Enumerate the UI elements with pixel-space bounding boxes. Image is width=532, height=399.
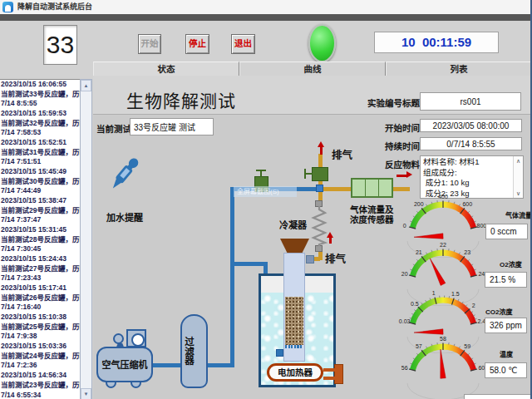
- compressor-pulley: [113, 333, 124, 344]
- svg-text:0: 0: [403, 223, 406, 229]
- tab-list[interactable]: 列表: [386, 62, 532, 76]
- gauge-temperature: 5657585960: [392, 335, 495, 399]
- app-icon: [2, 2, 13, 12]
- log-entry[interactable]: 2023/10/15 14:56:34: [0, 371, 80, 381]
- gas-flow-unit-label: 气体流量: [505, 210, 532, 219]
- log-entry[interactable]: 7/14 7:37:47: [0, 215, 80, 225]
- svg-text:22: 22: [440, 242, 446, 248]
- o2-value: 21.5 %: [485, 272, 527, 288]
- log-entry[interactable]: 7/14 6:55:34: [0, 391, 80, 399]
- tab-status[interactable]: 状态: [93, 62, 239, 76]
- window-title: 降解自动测试系统后台: [17, 0, 92, 14]
- log-entry[interactable]: 2023/10/15 15:45:49: [0, 167, 80, 177]
- pipe-riser: [230, 187, 234, 367]
- log-entry[interactable]: 2023/10/15 15:03:36: [0, 342, 80, 352]
- svg-text:23: 23: [464, 249, 470, 255]
- scroll-down-icon[interactable]: ∨: [514, 189, 523, 198]
- gas-flow-value: 0 sccm: [485, 224, 528, 239]
- tab-curve[interactable]: 曲线: [239, 62, 386, 76]
- exhaust-mid-label: 排气: [325, 250, 346, 266]
- exhaust-top-label: 排气: [332, 146, 352, 162]
- log-entry[interactable]: 2023/10/15 15:59:53: [0, 109, 80, 119]
- log-entry[interactable]: 7/14 7:23:43: [0, 273, 80, 283]
- gas-sensor-block: [351, 178, 393, 198]
- experiment-id-input[interactable]: [420, 92, 521, 111]
- log-entry[interactable]: 当前测试24号反应罐，历时0/: [0, 352, 80, 362]
- current-test-input[interactable]: [130, 118, 214, 135]
- log-entry[interactable]: 当前测试27号反应罐，历时0/: [0, 264, 80, 274]
- log-entry[interactable]: 2023/10/15 15:24:43: [0, 254, 80, 264]
- log-entry[interactable]: 2023/10/15 15:31:45: [0, 225, 80, 235]
- log-entry[interactable]: 7/14 7:9:38: [0, 332, 80, 342]
- log-entry[interactable]: 当前测试28号反应罐，历时0/: [0, 235, 80, 245]
- compressor-motor: [126, 329, 146, 347]
- valve-exhaust-handle: [304, 169, 306, 179]
- exhaust-top-arrow-stem: [320, 147, 323, 155]
- flow-out-arrow-stem: [397, 175, 406, 177]
- material-scrollbar[interactable]: ∧ ∨: [513, 156, 523, 198]
- condenser-bottom-fitting: [315, 245, 323, 252]
- svg-text:58: 58: [440, 336, 446, 342]
- exhaust-mid-arrow-stem: [329, 238, 332, 244]
- reactor-counter-display: 33: [43, 25, 77, 65]
- heater-bracket: [334, 364, 343, 384]
- electric-heater: 电加热器: [267, 363, 323, 382]
- log-entry[interactable]: 当前测试32号反应罐，历时0/: [0, 119, 80, 129]
- material-label: 反应物料: [385, 158, 420, 170]
- o2-unit-label: O2浓度: [500, 259, 522, 268]
- current-test-label: 当前测试: [96, 122, 131, 135]
- valve-exhaust[interactable]: [312, 167, 328, 181]
- log-entry[interactable]: 当前测试26号反应罐，历时0/: [0, 293, 80, 303]
- log-entry[interactable]: 2023/10/15 15:10:38: [0, 313, 80, 323]
- log-list[interactable]: 2023/10/15 16:06:55当前测试33号反应罐，历时0/7/14 8…: [0, 79, 81, 399]
- log-entry[interactable]: 7/14 7:58:53: [0, 128, 80, 138]
- menu-strip: [0, 14, 532, 21]
- log-entry[interactable]: 7/14 8:5:55: [0, 99, 80, 109]
- pipe-junction: [316, 185, 323, 192]
- stop-button[interactable]: 停止: [185, 34, 209, 54]
- log-entry[interactable]: 当前测试31号反应罐，历时0/: [0, 148, 80, 158]
- svg-text:0.5: 0.5: [411, 301, 419, 307]
- condenser-label: 冷凝器: [279, 218, 307, 231]
- temperature-unit-label: 温度: [500, 349, 513, 358]
- start-time-label: 开始时间: [385, 121, 420, 134]
- duration-input[interactable]: [420, 137, 522, 150]
- svg-text:20: 20: [401, 271, 408, 277]
- start-button[interactable]: 开始: [138, 34, 161, 54]
- scroll-up-icon[interactable]: ∧: [514, 156, 523, 165]
- log-entry[interactable]: 7/14 7:16:40: [0, 303, 80, 313]
- svg-text:1.5: 1.5: [451, 291, 460, 297]
- log-entry[interactable]: 2023/10/15 15:38:47: [0, 196, 80, 206]
- scroll-up-icon[interactable]: ▲: [81, 80, 91, 91]
- svg-text:21: 21: [416, 249, 422, 255]
- log-entry[interactable]: 2023/10/15 15:52:51: [0, 138, 80, 148]
- exhaust-top-arrow-icon: [318, 141, 324, 147]
- exhaust-mid-arrow-icon: [327, 232, 333, 238]
- co2-value: 326 ppm: [485, 318, 527, 333]
- column-exhaust-port: [306, 255, 314, 264]
- pipe-branch: [230, 262, 268, 266]
- log-entry[interactable]: 7/14 7:51:51: [0, 157, 80, 167]
- log-entry[interactable]: 当前测试23号反应罐，历时0/: [0, 381, 80, 391]
- duration-label: 持续时间: [385, 140, 420, 152]
- log-entry[interactable]: 7/14 7:44:49: [0, 186, 80, 196]
- scroll-down-icon[interactable]: ▼: [81, 388, 91, 399]
- log-entry[interactable]: 当前测试30号反应罐，历时0/: [0, 177, 80, 187]
- exit-button[interactable]: 退出: [231, 34, 255, 54]
- log-entry[interactable]: 7/14 7:30:45: [0, 244, 80, 254]
- page-title: 生物降解测试: [126, 87, 236, 112]
- water-dropper-icon: [105, 155, 143, 195]
- log-scrollbar[interactable]: ▲ ▼: [80, 79, 92, 399]
- air-compressor: 空气压缩机: [96, 347, 153, 382]
- heater-bracket-bar-bottom: [323, 377, 335, 380]
- column-funnel: [280, 239, 309, 253]
- log-entry[interactable]: 2023/10/15 16:06:55: [0, 80, 80, 90]
- log-entry[interactable]: 当前测试33号反应罐，历时0/: [0, 90, 80, 100]
- log-entry[interactable]: 当前测试25号反应罐，历时0/: [0, 323, 80, 332]
- tab-bar: 状态 曲线 列表: [93, 62, 532, 76]
- log-entry[interactable]: 当前测试29号反应罐，历时0/: [0, 206, 80, 216]
- start-time-input[interactable]: [420, 119, 522, 132]
- log-entry[interactable]: 2023/10/15 15:17:41: [0, 283, 80, 293]
- log-entry[interactable]: 7/14 7:2:36: [0, 361, 80, 371]
- valve-inlet-handle: [256, 170, 266, 171]
